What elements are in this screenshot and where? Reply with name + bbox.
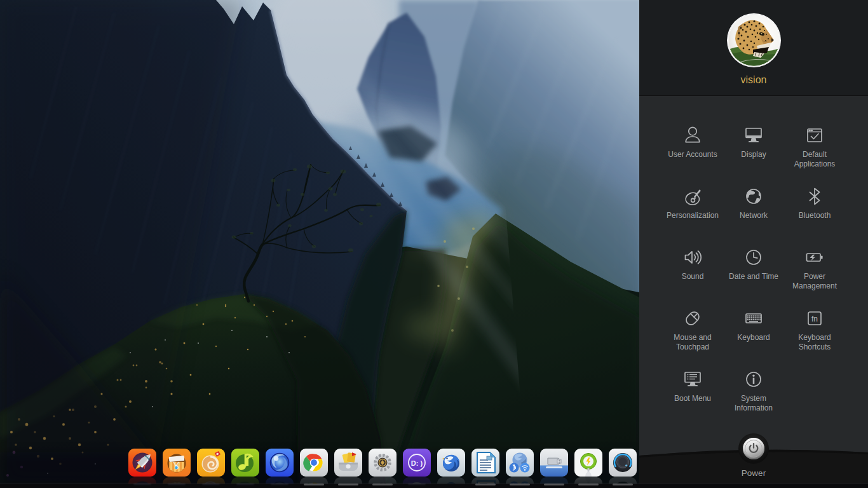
- svg-text:D: ): D: ): [411, 459, 423, 467]
- svg-text:fn: fn: [811, 315, 818, 323]
